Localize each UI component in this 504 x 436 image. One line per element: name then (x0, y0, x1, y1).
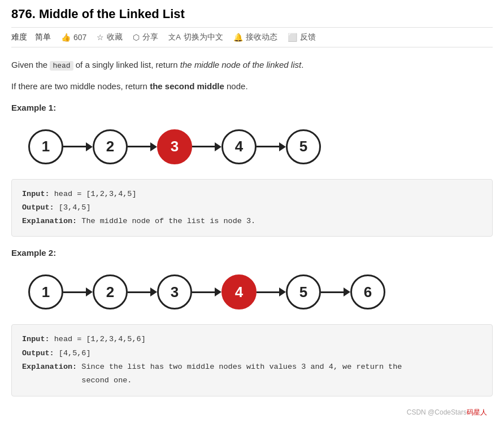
node-1: 1 (28, 129, 63, 164)
watermark: CSDN @CodeStars码星人 (11, 408, 493, 417)
example1-output: Output: [3,4,5] (22, 201, 482, 215)
example1-block: Example 1: 12345 Input: head = [1,2,3,4,… (11, 103, 493, 237)
feedback-icon: ⬜ (288, 33, 297, 42)
head-code: head (50, 61, 73, 71)
problem-description: Given the head of a singly linked list, … (11, 58, 493, 94)
star-icon: ☆ (97, 33, 104, 42)
share-icon: ⬡ (133, 33, 140, 42)
node-2: 2 (93, 129, 128, 164)
watermark-suffix: 码星人 (467, 408, 487, 416)
example1-title: Example 1: (11, 103, 493, 112)
arrow-1 (128, 287, 157, 297)
translate-button[interactable]: 文A 切换为中文 (168, 32, 223, 42)
node-5: 5 (286, 274, 321, 309)
node-2: 2 (93, 274, 128, 309)
arrow-2 (192, 287, 221, 297)
example1-diagram: 12345 (11, 119, 493, 175)
arrow-2 (192, 142, 221, 151)
example1-input: Input: head = [1,2,3,4,5] (22, 188, 482, 201)
node-4: 4 (221, 274, 257, 309)
difficulty-label: 难度 简单 (11, 32, 51, 42)
translate-icon: 文A (168, 32, 181, 42)
share-button[interactable]: ⬡ 分享 (133, 32, 158, 42)
node-4: 4 (221, 129, 257, 164)
like-icon: 👍 (61, 33, 71, 42)
page-container: 876. Middle of the Linked List 难度 简单 👍 6… (0, 0, 504, 436)
watermark-prefix: CSDN @CodeStars (407, 408, 467, 416)
arrow-0 (63, 142, 93, 151)
page-title: 876. Middle of the Linked List (11, 7, 493, 21)
node-3: 3 (157, 274, 192, 309)
example2-title: Example 2: (11, 248, 493, 258)
example2-input: Input: head = [1,2,3,4,5,6] (22, 333, 482, 346)
difficulty-value[interactable]: 简单 (35, 32, 51, 42)
feedback-button[interactable]: ⬜ 反馈 (288, 32, 316, 42)
collect-button[interactable]: ☆ 收藏 (97, 32, 123, 42)
example2-explanation: Explanation: Since the list has two midd… (22, 360, 482, 388)
example2-diagram: 123456 (11, 264, 493, 320)
arrow-3 (257, 287, 286, 297)
example2-code: Input: head = [1,2,3,4,5,6] Output: [4,5… (11, 324, 493, 396)
example1-code: Input: head = [1,2,3,4,5] Output: [3,4,5… (11, 179, 493, 237)
node-6: 6 (350, 274, 385, 309)
bell-icon: 🔔 (233, 33, 243, 42)
description-line2: If there are two middle nodes, return th… (11, 79, 493, 94)
node-3: 3 (157, 129, 192, 164)
arrow-3 (257, 142, 286, 151)
node-5: 5 (286, 129, 321, 164)
example2-block: Example 2: 123456 Input: head = [1,2,3,4… (11, 248, 493, 396)
example2-output: Output: [4,5,6] (22, 347, 482, 360)
arrow-0 (63, 287, 93, 297)
arrow-4 (321, 287, 350, 297)
node-1: 1 (28, 274, 63, 309)
like-button[interactable]: 👍 607 (61, 33, 86, 42)
example1-explanation: Explanation: The middle node of the list… (22, 215, 482, 228)
description-line1: Given the head of a singly linked list, … (11, 58, 493, 72)
arrow-1 (128, 142, 157, 151)
toolbar: 难度 简单 👍 607 ☆ 收藏 ⬡ 分享 文A 切换为中文 🔔 接收动态 ⬜ … (11, 27, 493, 47)
notify-button[interactable]: 🔔 接收动态 (233, 32, 277, 42)
